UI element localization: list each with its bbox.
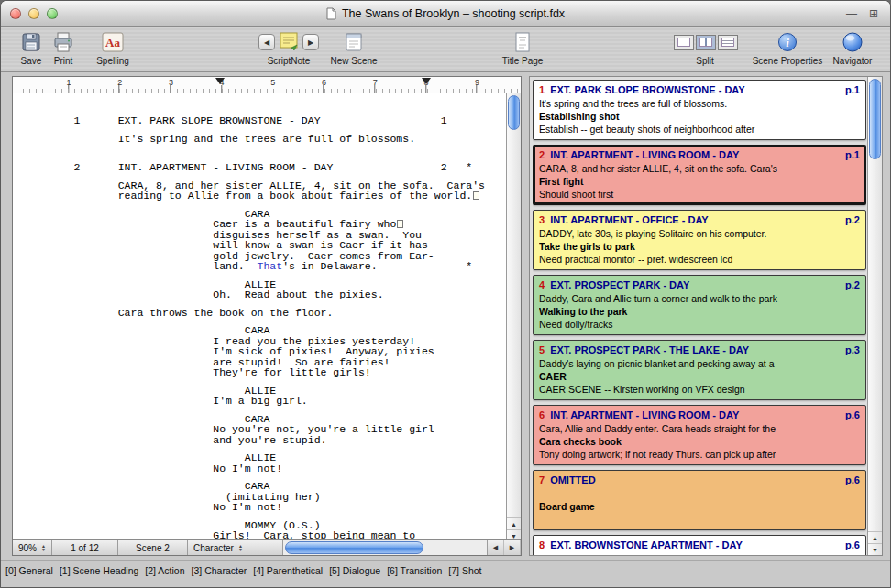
new-scene-label: New Scene <box>324 56 384 66</box>
script-paragraph[interactable]: Cara throws the book on the floor. <box>36 308 506 319</box>
scene-card[interactable]: 6INT. APARTMENT - LIVING ROOM - DAYp.6Ca… <box>533 405 866 465</box>
scene-card[interactable]: 1EXT. PARK SLOPE BROWNSTONE - DAYp.1It's… <box>533 80 866 140</box>
svg-text:i: i <box>786 36 789 49</box>
toolbar-minimize-icon[interactable]: — <box>844 6 859 21</box>
toolbar-grid-icon[interactable]: ⊞ <box>866 6 881 21</box>
scene-card-title: Walking to the park <box>539 305 860 318</box>
window-title: The Swans of Brooklyn – shooting script.… <box>1 1 890 27</box>
script-paragraph[interactable]: ALLIE I'm a big girl. <box>36 386 506 407</box>
scriptnote-forward-button[interactable]: ▶ <box>302 34 319 50</box>
scene-card-heading: INT. APARTMENT - LIVING ROOM - DAY <box>550 408 840 422</box>
print-icon <box>47 29 80 55</box>
scrollbar-thumb[interactable] <box>285 541 424 554</box>
element-shortcut: [5] Dialogue <box>329 565 380 576</box>
scrollbar-thumb[interactable] <box>508 95 520 130</box>
script-text: Cara throws the book on the floor. <box>36 307 333 319</box>
scene-card-list: 1EXT. PARK SLOPE BROWNSTONE - DAYp.1It's… <box>533 80 866 555</box>
scene-card-note <box>539 513 860 526</box>
scriptnote-marker[interactable] <box>473 191 479 200</box>
navigator-button[interactable]: Navigator <box>826 29 879 66</box>
script-text: That <box>258 260 283 272</box>
vertical-scrollbar[interactable]: ▲ ▼ <box>867 77 882 555</box>
element-shortcut: [7] Shot <box>448 565 481 576</box>
script-paragraph[interactable]: ALLIE Oh. Read about the pixies. <box>36 279 506 300</box>
scene-card-number: 1 <box>539 82 544 97</box>
scene-card-page: p.6 <box>845 538 860 552</box>
title-page-button[interactable]: Title Page <box>494 29 551 66</box>
script-line: Oh. Read about the pixies. <box>36 289 506 300</box>
scene-card[interactable]: 4EXT. PROSPECT PARK - DAYp.2Daddy, Cara … <box>533 275 866 335</box>
scene-properties-label: Scene Properties <box>749 56 826 66</box>
ruler-number: 5 <box>270 78 275 87</box>
script-line: land. That's in Delaware. * <box>36 261 506 272</box>
scene-card-note: Tony doing artwork; if not ready Thurs. … <box>539 448 860 461</box>
element-shortcut: [1] Scene Heading <box>60 565 138 576</box>
title-page-label: Title Page <box>494 56 551 66</box>
spelling-button[interactable]: Aa Spelling <box>89 29 137 66</box>
script-paragraph[interactable]: 1 EXT. PARK SLOPE BROWNSTONE - DAY 1 <box>36 115 506 126</box>
scene-card-page: p.3 <box>845 343 860 357</box>
script-paragraph[interactable]: ALLIE No I'm not! <box>36 452 506 474</box>
script-paragraph[interactable]: It's spring and the trees are full of bl… <box>36 134 506 145</box>
spelling-icon: Aa <box>89 29 137 55</box>
ruler-number: 4 <box>220 78 225 87</box>
scene-card[interactable]: 5EXT. PROSPECT PARK - THE LAKE - DAYp.3D… <box>533 340 866 400</box>
script-page[interactable]: 1 EXT. PARK SLOPE BROWNSTONE - DAY 1 It'… <box>13 93 506 541</box>
script-paragraph[interactable]: CARA I read you the pixies yesterday! I'… <box>36 325 506 378</box>
scene-card[interactable]: 3INT. APARTMENT - OFFICE - DAYp.2DADDY, … <box>533 210 866 270</box>
script-editor-panel: 123456789 1 EXT. PARK SLOPE BROWNSTONE -… <box>12 76 522 556</box>
new-scene-button[interactable]: New Scene <box>324 29 384 66</box>
script-text: No I'm not! <box>36 501 282 513</box>
script-paragraph[interactable]: CARA Caer is a beautiful fairy who disgu… <box>36 209 506 272</box>
script-paragraph[interactable]: MOMMY (O.S.) Girls! Cara, stop being mea… <box>36 520 506 542</box>
save-button[interactable]: Save <box>16 29 47 66</box>
scene-card-header: 8EXT. BROWNSTONE APARTMENT - DAYp.6 <box>539 538 860 552</box>
scrollbar-thumb[interactable] <box>869 79 881 159</box>
scene-card-page: p.1 <box>845 147 860 162</box>
scene-card-summary <box>539 552 860 555</box>
scroll-right-icon[interactable]: ▶ <box>504 540 521 555</box>
script-paragraph[interactable]: CARA (imitating her) No I'm not! <box>36 481 506 513</box>
script-text: 2 INT. APARTMENT - LIVING ROOM - DAY 2 * <box>36 161 472 173</box>
horizontal-scrollbar[interactable] <box>283 540 488 555</box>
split-none-button[interactable] <box>674 35 694 50</box>
vertical-scrollbar[interactable]: ▲ ▼ <box>506 93 521 541</box>
print-button[interactable]: Print <box>47 29 80 66</box>
print-label: Print <box>47 56 80 66</box>
element-shortcut: [4] Parenthetical <box>253 565 323 576</box>
scene-card[interactable]: 2INT. APARTMENT - LIVING ROOM - DAYp.1CA… <box>533 145 866 205</box>
ruler-number: 9 <box>475 78 479 87</box>
script-paragraph[interactable]: 2 INT. APARTMENT - LIVING ROOM - DAY 2 * <box>36 162 506 173</box>
scene-card-number: 2 <box>539 147 544 162</box>
scriptnote-icon[interactable] <box>278 29 300 55</box>
scriptnote-marker[interactable] <box>397 220 403 228</box>
split-label: Split <box>670 56 740 66</box>
scroll-left-icon[interactable]: ◀ <box>488 540 504 555</box>
scene-card[interactable]: 8EXT. BROWNSTONE APARTMENT - DAYp.6 <box>533 535 866 555</box>
script-line: and you're stupid. <box>36 435 506 446</box>
script-paragraph[interactable]: CARA, 8, and her sister ALLIE, 4, sit on… <box>36 180 506 201</box>
split-vertical-button[interactable] <box>696 35 716 50</box>
scroll-up-icon[interactable]: ▲ <box>868 531 882 543</box>
scene-indicator: Scene 2 <box>118 540 188 555</box>
element-dropdown[interactable]: Character ▲▼ <box>188 540 283 555</box>
scene-card-number: 3 <box>539 212 544 227</box>
scriptnote-back-button[interactable]: ◀ <box>258 34 275 50</box>
split-horizontal-button[interactable] <box>718 35 738 50</box>
scene-card[interactable]: 7OMITTEDp.6 Board game <box>533 470 866 530</box>
zoom-control[interactable]: 90% ▲▼ <box>13 540 52 555</box>
titlebar[interactable]: The Swans of Brooklyn – shooting script.… <box>1 1 890 27</box>
script-line: It's spring and the trees are full of bl… <box>36 134 506 145</box>
ruler-number: 1 <box>66 78 71 87</box>
element-stepper-icon: ▲▼ <box>238 544 243 551</box>
scene-card-header: 2INT. APARTMENT - LIVING ROOM - DAYp.1 <box>539 147 860 162</box>
scene-card-title: Establishing shot <box>539 110 860 123</box>
script-text: I'm a big girl. <box>36 395 308 407</box>
split-group: Split <box>670 29 740 66</box>
scene-card-note: Need dolly/tracks <box>539 318 860 331</box>
scroll-down-icon[interactable]: ▼ <box>868 543 882 555</box>
script-paragraph[interactable]: CARA No you're not, you're a little girl… <box>36 414 506 446</box>
spelling-label: Spelling <box>89 56 137 66</box>
scene-properties-button[interactable]: i Scene Properties <box>749 29 826 66</box>
scroll-up-icon[interactable]: ▲ <box>507 517 521 529</box>
